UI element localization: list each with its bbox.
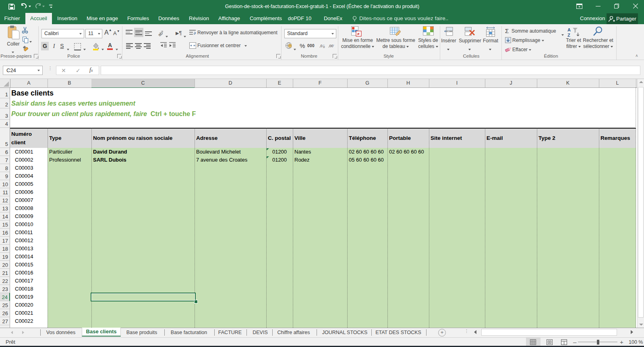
svg-text:→: → xyxy=(332,43,335,46)
svg-text:0: 0 xyxy=(323,45,325,49)
svg-text:≠: ≠ xyxy=(357,31,360,36)
svg-text:,0: ,0 xyxy=(319,44,323,48)
